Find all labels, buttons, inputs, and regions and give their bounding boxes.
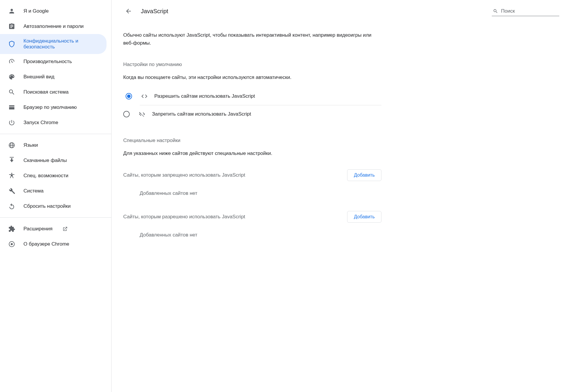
radio-button-unchecked — [123, 111, 130, 117]
code-icon — [141, 93, 148, 100]
blocked-sites-header: Сайты, которым запрещено использовать Ja… — [123, 169, 381, 181]
blocked-sites-empty: Добавленных сайтов нет — [123, 185, 381, 211]
radio-label: Разрешить сайтам использовать JavaScript — [154, 93, 255, 99]
sidebar-item-you-and-google[interactable]: Я и Google — [0, 4, 107, 19]
radio-allow-javascript[interactable]: Разрешить сайтам использовать JavaScript — [123, 87, 381, 105]
search-input[interactable] — [501, 8, 558, 14]
sidebar-item-label: Конфиденциальность и безопасность — [23, 38, 101, 50]
sidebar-item-accessibility[interactable]: Спец. возможности — [0, 168, 107, 183]
sidebar-item-label: Спец. возможности — [23, 173, 68, 179]
accessibility-icon — [8, 172, 15, 179]
radio-block-javascript[interactable]: Запретить сайтам использовать JavaScript — [140, 105, 381, 123]
sidebar-item-label: Браузер по умолчанию — [23, 104, 77, 110]
sidebar-item-reset-settings[interactable]: Сбросить настройки — [0, 199, 107, 214]
allowed-sites-empty: Добавленных сайтов нет — [123, 227, 381, 253]
radio-label: Запретить сайтам использовать JavaScript — [152, 111, 251, 117]
sidebar-item-about-chrome[interactable]: О браузере Chrome — [0, 236, 107, 252]
sidebar-item-privacy-security[interactable]: Конфиденциальность и безопасность — [0, 34, 107, 54]
code-off-icon — [138, 111, 146, 118]
page-title: JavaScript — [141, 8, 485, 15]
sidebar-item-downloads[interactable]: Скачанные файлы — [0, 153, 107, 168]
add-allowed-site-button[interactable]: Добавить — [347, 211, 381, 223]
main-content: JavaScript Обычно сайты используют JavaS… — [112, 0, 571, 392]
custom-behavior-title: Специальные настройки — [123, 138, 381, 143]
sidebar: Я и Google Автозаполнение и пароли Конфи… — [0, 0, 112, 392]
wrench-icon — [8, 187, 15, 195]
radio-button-checked — [126, 93, 132, 99]
sidebar-item-label: Система — [23, 188, 43, 194]
clipboard-icon — [8, 23, 15, 30]
sidebar-item-default-browser[interactable]: Браузер по умолчанию — [0, 100, 107, 115]
search-box[interactable] — [492, 6, 559, 16]
speedometer-icon — [8, 58, 15, 65]
sidebar-item-label: Я и Google — [23, 8, 49, 14]
sidebar-item-label: Поисковая система — [23, 89, 69, 95]
extension-icon — [8, 225, 15, 232]
shield-icon — [8, 40, 15, 48]
sidebar-item-label: Автозаполнение и пароли — [23, 23, 84, 29]
sidebar-divider — [0, 134, 111, 134]
search-icon — [493, 8, 498, 14]
content-area: Обычно сайты используют JavaScript, чтоб… — [123, 31, 381, 253]
sidebar-item-system[interactable]: Система — [0, 183, 107, 199]
sidebar-item-label: Языки — [23, 142, 38, 148]
download-icon — [8, 157, 15, 164]
chrome-icon — [8, 241, 15, 248]
sidebar-item-extensions[interactable]: Расширения — [0, 221, 107, 236]
open-in-new-icon — [62, 226, 68, 232]
sidebar-item-languages[interactable]: Языки — [0, 138, 107, 153]
back-button[interactable] — [123, 6, 134, 16]
globe-icon — [8, 142, 15, 149]
browser-icon — [8, 104, 15, 111]
sidebar-item-on-startup[interactable]: Запуск Chrome — [0, 115, 107, 130]
sidebar-item-label: Производительность — [23, 59, 72, 65]
search-icon — [8, 89, 15, 96]
sidebar-item-performance[interactable]: Производительность — [0, 54, 107, 69]
sidebar-item-label: Сбросить настройки — [23, 203, 71, 209]
add-blocked-site-button[interactable]: Добавить — [347, 169, 381, 181]
sidebar-divider — [0, 217, 111, 218]
allowed-sites-header: Сайты, которым разрешено использовать Ja… — [123, 211, 381, 223]
sidebar-item-label: Запуск Chrome — [23, 120, 58, 126]
person-icon — [8, 8, 15, 15]
page-header: JavaScript — [123, 6, 559, 16]
default-behavior-subtitle: Когда вы посещаете сайты, эти настройки … — [123, 75, 381, 80]
sidebar-item-autofill[interactable]: Автозаполнение и пароли — [0, 19, 107, 34]
blocked-sites-title: Сайты, которым запрещено использовать Ja… — [123, 172, 245, 178]
default-behavior-radio-group: Разрешить сайтам использовать JavaScript… — [123, 87, 381, 123]
svg-point-1 — [11, 243, 13, 245]
sidebar-item-label: Скачанные файлы — [23, 158, 67, 163]
sidebar-item-search-engine[interactable]: Поисковая система — [0, 85, 107, 100]
custom-behavior-subtitle: Для указанных ниже сайтов действуют спец… — [123, 151, 381, 156]
palette-icon — [8, 73, 15, 80]
default-behavior-title: Настройки по умолчанию — [123, 62, 381, 67]
reset-icon — [8, 203, 15, 210]
sidebar-item-appearance[interactable]: Внешний вид — [0, 69, 107, 85]
sidebar-item-label: О браузере Chrome — [23, 241, 69, 247]
allowed-sites-title: Сайты, которым разрешено использовать Ja… — [123, 214, 245, 220]
page-description: Обычно сайты используют JavaScript, чтоб… — [123, 31, 381, 47]
sidebar-item-label: Расширения — [23, 226, 53, 232]
power-icon — [8, 119, 15, 126]
sidebar-item-label: Внешний вид — [23, 74, 54, 80]
